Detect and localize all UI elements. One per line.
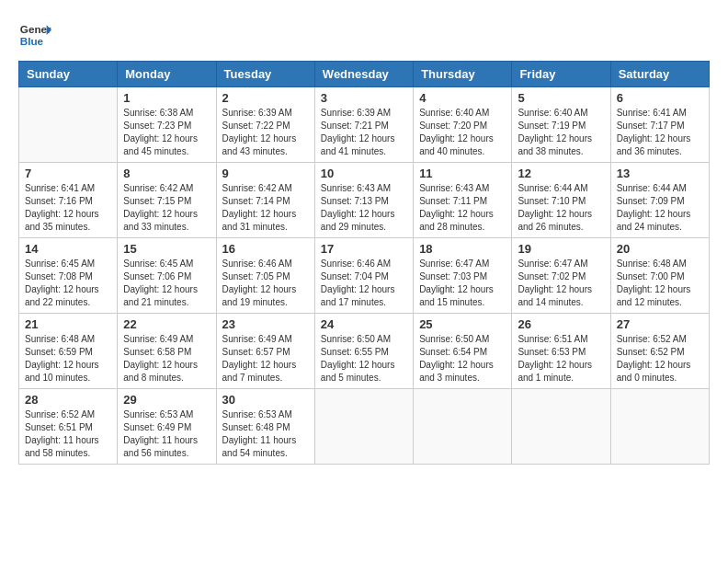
day-info: Sunrise: 6:47 AM Sunset: 7:03 PM Dayligh…: [419, 258, 506, 309]
day-info: Sunrise: 6:47 AM Sunset: 7:02 PM Dayligh…: [518, 258, 604, 309]
calendar-week-row: 28Sunrise: 6:52 AM Sunset: 6:51 PM Dayli…: [19, 389, 710, 465]
day-number: 6: [617, 91, 703, 105]
weekday-header-monday: Monday: [118, 62, 216, 87]
day-number: 17: [321, 242, 407, 256]
calendar-cell: 17Sunrise: 6:46 AM Sunset: 7:04 PM Dayli…: [314, 238, 413, 314]
calendar-week-row: 21Sunrise: 6:48 AM Sunset: 6:59 PM Dayli…: [19, 314, 710, 389]
weekday-header-thursday: Thursday: [414, 62, 512, 87]
svg-text:Blue: Blue: [20, 35, 44, 47]
day-info: Sunrise: 6:43 AM Sunset: 7:13 PM Dayligh…: [321, 182, 407, 234]
calendar-cell: 10Sunrise: 6:43 AM Sunset: 7:13 PM Dayli…: [314, 163, 413, 238]
day-number: 8: [123, 167, 210, 180]
calendar-cell: 2Sunrise: 6:39 AM Sunset: 7:22 PM Daylig…: [216, 87, 314, 163]
calendar-cell: [610, 389, 709, 465]
day-info: Sunrise: 6:42 AM Sunset: 7:14 PM Dayligh…: [222, 182, 309, 234]
day-number: 19: [518, 242, 604, 256]
day-number: 13: [617, 167, 703, 180]
calendar-cell: 5Sunrise: 6:40 AM Sunset: 7:19 PM Daylig…: [512, 87, 610, 163]
calendar-cell: 20Sunrise: 6:48 AM Sunset: 7:00 PM Dayli…: [610, 238, 709, 314]
day-info: Sunrise: 6:52 AM Sunset: 6:52 PM Dayligh…: [617, 333, 703, 385]
day-info: Sunrise: 6:39 AM Sunset: 7:22 PM Dayligh…: [222, 107, 309, 158]
calendar-cell: [512, 389, 610, 465]
calendar-cell: 26Sunrise: 6:51 AM Sunset: 6:53 PM Dayli…: [512, 314, 610, 389]
day-number: 20: [617, 242, 703, 256]
calendar-cell: 21Sunrise: 6:48 AM Sunset: 6:59 PM Dayli…: [19, 314, 118, 389]
day-info: Sunrise: 6:40 AM Sunset: 7:20 PM Dayligh…: [419, 107, 506, 158]
day-number: 21: [25, 317, 111, 331]
day-info: Sunrise: 6:41 AM Sunset: 7:17 PM Dayligh…: [617, 107, 703, 158]
day-number: 18: [419, 242, 506, 256]
calendar-cell: 29Sunrise: 6:53 AM Sunset: 6:49 PM Dayli…: [118, 389, 216, 465]
calendar-week-row: 1Sunrise: 6:38 AM Sunset: 7:23 PM Daylig…: [19, 87, 710, 163]
calendar-cell: [314, 389, 413, 465]
day-info: Sunrise: 6:50 AM Sunset: 6:55 PM Dayligh…: [321, 333, 407, 385]
day-info: Sunrise: 6:48 AM Sunset: 7:00 PM Dayligh…: [617, 258, 703, 309]
day-info: Sunrise: 6:42 AM Sunset: 7:15 PM Dayligh…: [123, 182, 210, 234]
day-info: Sunrise: 6:44 AM Sunset: 7:09 PM Dayligh…: [617, 182, 703, 234]
day-info: Sunrise: 6:45 AM Sunset: 7:08 PM Dayligh…: [25, 258, 111, 309]
day-number: 30: [222, 393, 309, 407]
weekday-header-row: SundayMondayTuesdayWednesdayThursdayFrid…: [19, 62, 710, 87]
calendar-cell: 4Sunrise: 6:40 AM Sunset: 7:20 PM Daylig…: [414, 87, 512, 163]
day-number: 1: [123, 91, 210, 105]
calendar-cell: 1Sunrise: 6:38 AM Sunset: 7:23 PM Daylig…: [118, 87, 216, 163]
day-info: Sunrise: 6:39 AM Sunset: 7:21 PM Dayligh…: [321, 107, 407, 158]
day-number: 2: [222, 91, 309, 105]
day-number: 12: [518, 167, 604, 180]
day-info: Sunrise: 6:52 AM Sunset: 6:51 PM Dayligh…: [25, 408, 111, 460]
calendar-cell: 15Sunrise: 6:45 AM Sunset: 7:06 PM Dayli…: [118, 238, 216, 314]
day-number: 4: [419, 91, 506, 105]
logo-icon: General Blue: [18, 18, 51, 52]
calendar-cell: 27Sunrise: 6:52 AM Sunset: 6:52 PM Dayli…: [610, 314, 709, 389]
calendar-cell: 24Sunrise: 6:50 AM Sunset: 6:55 PM Dayli…: [314, 314, 413, 389]
weekday-header-wednesday: Wednesday: [314, 62, 413, 87]
calendar-cell: 6Sunrise: 6:41 AM Sunset: 7:17 PM Daylig…: [610, 87, 709, 163]
day-info: Sunrise: 6:43 AM Sunset: 7:11 PM Dayligh…: [419, 182, 506, 234]
day-number: 23: [222, 317, 309, 331]
calendar-cell: 18Sunrise: 6:47 AM Sunset: 7:03 PM Dayli…: [414, 238, 512, 314]
weekday-header-sunday: Sunday: [19, 62, 118, 87]
calendar-cell: 13Sunrise: 6:44 AM Sunset: 7:09 PM Dayli…: [610, 163, 709, 238]
day-number: 14: [25, 242, 111, 256]
day-number: 10: [321, 167, 407, 180]
day-info: Sunrise: 6:41 AM Sunset: 7:16 PM Dayligh…: [25, 182, 111, 234]
calendar-cell: 14Sunrise: 6:45 AM Sunset: 7:08 PM Dayli…: [19, 238, 118, 314]
calendar-cell: 25Sunrise: 6:50 AM Sunset: 6:54 PM Dayli…: [414, 314, 512, 389]
day-number: 24: [321, 317, 407, 331]
calendar-cell: [414, 389, 512, 465]
calendar-cell: 9Sunrise: 6:42 AM Sunset: 7:14 PM Daylig…: [216, 163, 314, 238]
calendar-cell: 3Sunrise: 6:39 AM Sunset: 7:21 PM Daylig…: [314, 87, 413, 163]
day-info: Sunrise: 6:48 AM Sunset: 6:59 PM Dayligh…: [25, 333, 111, 385]
calendar-week-row: 7Sunrise: 6:41 AM Sunset: 7:16 PM Daylig…: [19, 163, 710, 238]
day-number: 15: [123, 242, 210, 256]
day-number: 3: [321, 91, 407, 105]
day-number: 28: [25, 393, 111, 407]
page-header: General Blue: [18, 18, 710, 52]
calendar-cell: 28Sunrise: 6:52 AM Sunset: 6:51 PM Dayli…: [19, 389, 118, 465]
calendar-cell: 7Sunrise: 6:41 AM Sunset: 7:16 PM Daylig…: [19, 163, 118, 238]
day-number: 5: [518, 91, 604, 105]
day-info: Sunrise: 6:50 AM Sunset: 6:54 PM Dayligh…: [419, 333, 506, 385]
calendar-cell: 22Sunrise: 6:49 AM Sunset: 6:58 PM Dayli…: [118, 314, 216, 389]
day-number: 9: [222, 167, 309, 180]
day-number: 26: [518, 317, 604, 331]
day-info: Sunrise: 6:51 AM Sunset: 6:53 PM Dayligh…: [518, 333, 604, 385]
day-info: Sunrise: 6:49 AM Sunset: 6:58 PM Dayligh…: [123, 333, 210, 385]
day-number: 27: [617, 317, 703, 331]
day-number: 25: [419, 317, 506, 331]
calendar-cell: 8Sunrise: 6:42 AM Sunset: 7:15 PM Daylig…: [118, 163, 216, 238]
calendar-cell: 12Sunrise: 6:44 AM Sunset: 7:10 PM Dayli…: [512, 163, 610, 238]
calendar-cell: 30Sunrise: 6:53 AM Sunset: 6:48 PM Dayli…: [216, 389, 314, 465]
day-number: 22: [123, 317, 210, 331]
day-info: Sunrise: 6:46 AM Sunset: 7:05 PM Dayligh…: [222, 258, 309, 309]
day-info: Sunrise: 6:46 AM Sunset: 7:04 PM Dayligh…: [321, 258, 407, 309]
day-number: 11: [419, 167, 506, 180]
day-number: 7: [25, 167, 111, 180]
day-info: Sunrise: 6:38 AM Sunset: 7:23 PM Dayligh…: [123, 107, 210, 158]
day-number: 29: [123, 393, 210, 407]
day-info: Sunrise: 6:44 AM Sunset: 7:10 PM Dayligh…: [518, 182, 604, 234]
day-info: Sunrise: 6:45 AM Sunset: 7:06 PM Dayligh…: [123, 258, 210, 309]
calendar-table: SundayMondayTuesdayWednesdayThursdayFrid…: [18, 61, 710, 465]
logo: General Blue: [18, 18, 51, 52]
weekday-header-friday: Friday: [512, 62, 610, 87]
